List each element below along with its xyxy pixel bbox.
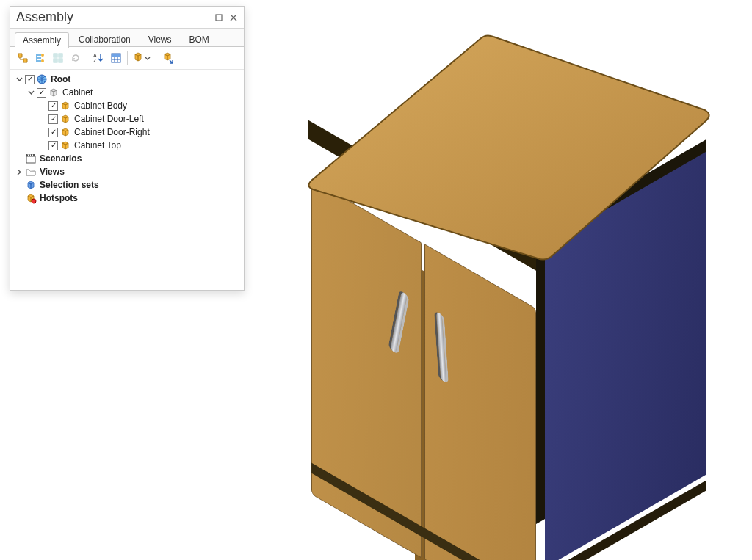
tree-node-label: Cabinet Body	[73, 101, 127, 111]
visibility-checkbox[interactable]: ✓	[25, 75, 35, 84]
table-icon[interactable]	[108, 50, 124, 66]
svg-rect-4	[59, 54, 62, 57]
assembly-panel: Assembly Assembly Collaboration Views BO…	[10, 6, 245, 291]
tree-node-label: Hotspots	[38, 193, 78, 203]
cube-icon	[59, 113, 71, 125]
tab-label: Views	[148, 34, 172, 45]
tab-bom[interactable]: BOM	[181, 32, 217, 47]
svg-rect-0	[216, 15, 222, 21]
tree-node[interactable]: Hotspots	[13, 192, 241, 205]
panel-tabs: Assembly Collaboration Views BOM	[10, 29, 244, 47]
refresh-icon[interactable]	[68, 50, 84, 66]
tree-node[interactable]: ✓Root	[13, 73, 241, 86]
clap-icon	[25, 153, 37, 164]
close-icon[interactable]	[228, 12, 239, 23]
svg-rect-10	[112, 54, 120, 57]
svg-rect-12	[26, 156, 35, 163]
tab-label: Collaboration	[79, 34, 131, 45]
tree-icon[interactable]	[32, 50, 48, 66]
tab-collaboration[interactable]: Collaboration	[70, 32, 139, 47]
visibility-checkbox[interactable]: ✓	[48, 101, 58, 111]
cube-icon	[59, 139, 71, 151]
structure-icon[interactable]	[15, 50, 31, 66]
visibility-checkbox[interactable]: ✓	[48, 141, 58, 150]
tree-node[interactable]: ✓Cabinet Door-Right	[13, 126, 241, 139]
svg-text:Z: Z	[93, 58, 97, 63]
visibility-checkbox[interactable]: ✓	[48, 114, 58, 124]
expander-icon[interactable]	[15, 167, 24, 176]
svg-point-2	[41, 59, 44, 62]
tree-node-label: Cabinet Door-Right	[73, 127, 150, 137]
tree-node-label: Views	[38, 167, 65, 177]
tab-label: BOM	[189, 34, 209, 45]
svg-text:A: A	[93, 53, 97, 58]
tree-node-label: Root	[49, 74, 70, 84]
blocks-icon[interactable]	[50, 50, 66, 66]
visibility-checkbox[interactable]: ✓	[37, 88, 46, 98]
sort-az-icon[interactable]: AZ	[90, 50, 106, 66]
visibility-checkbox[interactable]: ✓	[48, 128, 58, 137]
svg-rect-3	[54, 54, 57, 57]
tree-node-label: Cabinet Door-Left	[73, 114, 144, 124]
tree-node[interactable]: ✓Cabinet Top	[13, 139, 241, 152]
panel-toolbar: AZ	[10, 47, 244, 70]
globe-icon	[36, 73, 48, 85]
tree-node[interactable]: Views	[13, 165, 241, 178]
restore-window-icon[interactable]	[213, 12, 225, 23]
svg-point-14	[32, 199, 36, 203]
tree-node-label: Cabinet	[61, 87, 93, 98]
assembly-tree[interactable]: ✓Root✓Cabinet✓Cabinet Body✓Cabinet Door-…	[10, 70, 244, 290]
folder-icon	[25, 166, 37, 178]
tree-node-label: Selection sets	[38, 180, 99, 190]
tree-node[interactable]: ✓Cabinet Door-Left	[13, 112, 241, 126]
hot-icon	[25, 192, 37, 204]
viewport-3d[interactable]	[294, 29, 720, 543]
expander-icon[interactable]	[15, 75, 24, 84]
tree-node[interactable]: ✓Cabinet	[13, 86, 241, 99]
expander-icon[interactable]	[26, 88, 35, 97]
panel-titlebar: Assembly	[10, 7, 244, 29]
cabinet-top	[301, 29, 712, 264]
tree-node-label: Cabinet Top	[73, 140, 121, 150]
cube-icon	[59, 100, 71, 112]
tree-node[interactable]: Selection sets	[13, 178, 241, 192]
sel-icon	[25, 179, 37, 191]
tree-node[interactable]: Scenarios	[13, 152, 241, 165]
part-icon	[48, 87, 59, 98]
svg-rect-6	[59, 59, 62, 62]
tree-node-label: Scenarios	[38, 153, 82, 164]
package-dropdown-icon[interactable]	[131, 50, 153, 66]
tab-views[interactable]: Views	[140, 32, 180, 47]
select-linked-icon[interactable]	[159, 50, 176, 66]
panel-title: Assembly	[16, 10, 210, 25]
svg-rect-5	[54, 59, 57, 62]
tab-assembly[interactable]: Assembly	[15, 32, 69, 48]
cube-icon	[59, 126, 71, 138]
svg-point-1	[41, 54, 44, 57]
tab-label: Assembly	[23, 35, 61, 46]
tree-node[interactable]: ✓Cabinet Body	[13, 99, 241, 112]
cabinet-door-right	[424, 244, 536, 560]
